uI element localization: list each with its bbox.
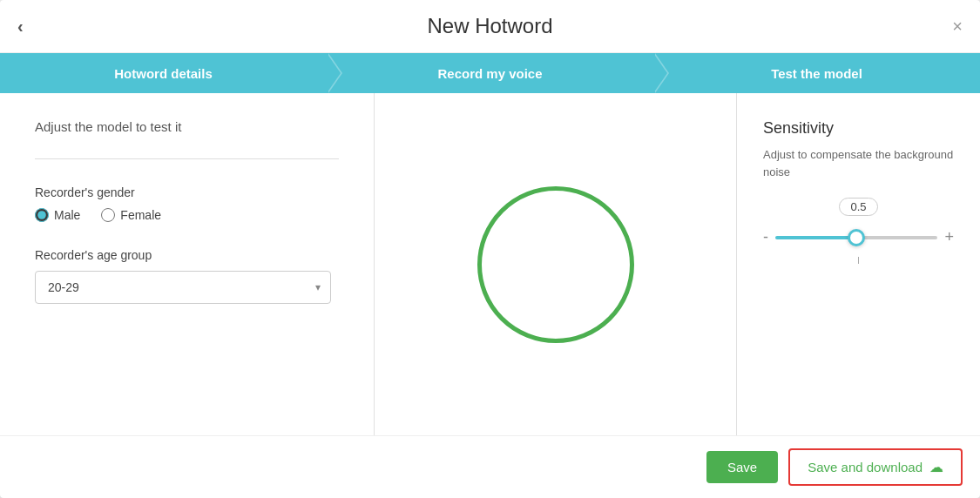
slider-tick [763,257,954,264]
sensitivity-title: Sensitivity [763,119,954,138]
step-test-the-model[interactable]: Test the model [653,53,980,93]
slider-value-display: 0.5 [763,198,954,216]
gender-female-label: Female [120,208,161,222]
sensitivity-slider[interactable] [775,236,937,239]
gender-male-label: Male [54,208,80,222]
close-button[interactable]: × [952,17,963,37]
gender-label: Recorder's gender [35,185,339,199]
tick-mark [858,257,859,264]
save-button[interactable]: Save [706,451,778,483]
age-group-section: Recorder's age group 20-29 30-39 40-49 5… [35,248,339,304]
gender-female-radio[interactable] [101,208,115,222]
age-group-label: Recorder's age group [35,248,339,262]
gender-male-option[interactable]: Male [35,208,80,222]
main-content: Adjust the model to test it Recorder's g… [0,93,980,435]
slider-value-badge: 0.5 [839,198,877,216]
slider-plus-label: + [944,228,954,246]
gender-female-option[interactable]: Female [101,208,161,222]
gender-male-radio[interactable] [35,208,49,222]
slider-container: - + [763,228,954,246]
step-label-record-my-voice: Record my voice [437,66,542,81]
gender-radio-group: Male Female [35,208,339,222]
age-group-select-wrapper: 20-29 30-39 40-49 50+ ▾ [35,271,331,304]
circle-indicator [477,186,634,343]
step-label-hotword-details: Hotword details [114,66,213,81]
left-panel: Adjust the model to test it Recorder's g… [0,93,375,435]
modal-header: ‹ New Hotword × [0,0,980,53]
sensitivity-description: Adjust to compensate the background nois… [763,146,954,180]
save-download-label: Save and download [808,460,923,474]
step-record-my-voice[interactable]: Record my voice [327,53,653,93]
modal-container: ‹ New Hotword × Hotword details Record m… [0,0,980,498]
back-button[interactable]: ‹ [17,17,24,37]
save-and-download-button[interactable]: Save and download ☁ [788,448,963,486]
step-label-test-the-model: Test the model [771,66,862,81]
right-panel: Sensitivity Adjust to compensate the bac… [736,93,980,435]
step-hotword-details[interactable]: Hotword details [0,53,327,93]
divider [35,158,339,159]
modal-title: New Hotword [427,14,552,38]
center-panel [375,93,736,435]
steps-bar: Hotword details Record my voice Test the… [0,53,980,93]
cloud-icon: ☁ [929,459,943,475]
section-title: Adjust the model to test it [35,119,339,134]
slider-minus-label: - [763,228,768,246]
gender-section: Recorder's gender Male Female [35,185,339,222]
footer: Save Save and download ☁ [0,435,980,498]
age-group-select[interactable]: 20-29 30-39 40-49 50+ [35,271,331,304]
